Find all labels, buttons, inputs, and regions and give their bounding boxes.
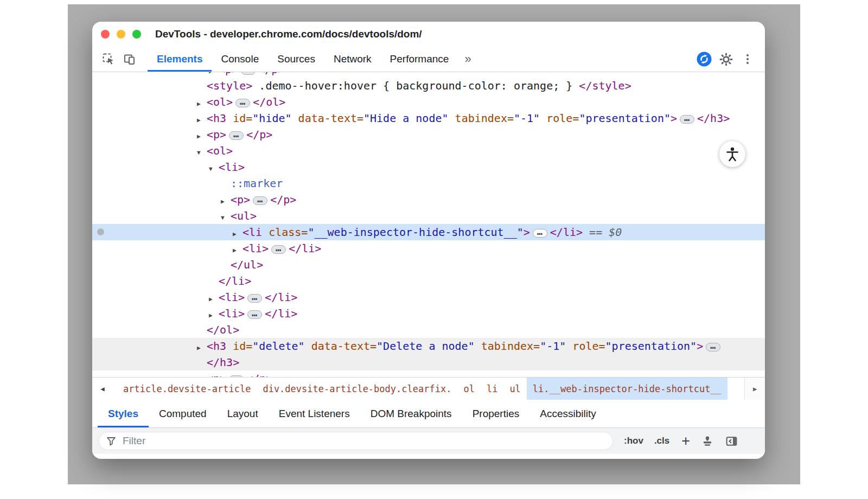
dom-node-row[interactable]: ▶<p>…</p> [92, 191, 765, 208]
sidebar-tab-layout[interactable]: Layout [217, 400, 269, 427]
sidebar-tab-properties[interactable]: Properties [462, 400, 530, 427]
breadcrumb-bar: ◀ article.devsite-articlediv.devsite-art… [92, 377, 765, 400]
breadcrumb-item[interactable]: li [481, 378, 503, 400]
code-token-attr: tabindex= [449, 112, 514, 125]
dom-node-row[interactable]: ▼<ul> [92, 208, 765, 224]
sidebar-tab-styles[interactable]: Styles [98, 400, 149, 427]
window-title: DevTools - developer.chrome.com/docs/dev… [155, 28, 422, 40]
code-token-attr: id= [226, 112, 252, 125]
dom-node-row[interactable]: ▶<p>…</p> [92, 72, 765, 78]
device-toolbar-button[interactable] [119, 47, 141, 72]
minimize-button[interactable] [117, 30, 125, 39]
styles-filter-bar: :hov .cls + [92, 428, 765, 454]
close-button[interactable] [101, 30, 110, 39]
dom-node-row[interactable]: </h3> [92, 354, 765, 370]
dom-node-row[interactable]: ▶<p>…</p> [92, 370, 765, 377]
tab-sources[interactable]: Sources [268, 47, 324, 72]
code-token-tag: </ol> [253, 95, 285, 108]
sidebar-tab-accessibility[interactable]: Accessibility [529, 400, 606, 427]
code-token-attr: role= [566, 340, 605, 353]
sidebar-tab-dom-breakpoints[interactable]: DOM Breakpoints [360, 400, 462, 427]
dom-node-row[interactable]: ::marker [92, 175, 765, 191]
collapsed-content-ellipsis[interactable]: … [229, 131, 244, 140]
inspect-element-button[interactable] [98, 47, 119, 72]
code-token-tag: <li> [219, 307, 245, 320]
stamp-icon [701, 434, 714, 447]
breadcrumb-item[interactable]: div.devsite-article-body.clearfix. [257, 378, 457, 400]
tab-performance[interactable]: Performance [381, 47, 458, 72]
settings-button[interactable] [715, 47, 737, 72]
breadcrumb-item[interactable]: article.devsite-article [117, 378, 257, 400]
dom-node-row[interactable]: ▼<ol> [92, 143, 765, 159]
toggle-element-state-button[interactable]: :hov [624, 436, 643, 446]
code-token-tag: <p> [231, 193, 250, 206]
zoom-button[interactable] [132, 30, 141, 39]
collapsed-content-ellipsis[interactable]: … [247, 310, 262, 319]
chevron-left-icon: ◀ [100, 385, 104, 393]
code-token-tag: <ol> [207, 95, 233, 108]
code-token-tag: </p> [270, 193, 296, 206]
new-style-rule-button[interactable]: + [681, 434, 690, 449]
filter-input[interactable] [122, 434, 606, 447]
collapsed-content-ellipsis[interactable]: … [680, 115, 694, 124]
sync-badge-button[interactable] [693, 47, 715, 72]
breadcrumb-item[interactable]: li.__web-inspector-hide-shortcut__ [527, 378, 727, 400]
dom-node-row[interactable]: ▶<h3 id="hide" data-text="Hide a node" t… [92, 110, 765, 126]
tab-elements[interactable]: Elements [148, 47, 212, 72]
kebab-menu-icon [746, 54, 749, 56]
code-token-tag: </li> [219, 274, 251, 287]
sync-icon [696, 51, 712, 67]
selected-node-dot [97, 228, 104, 235]
sidebar-tab-computed[interactable]: Computed [149, 400, 217, 427]
accessibility-overlay-button[interactable] [719, 141, 745, 167]
panel-tabs: ElementsConsoleSourcesNetworkPerformance [148, 47, 458, 72]
code-token-tag: </li> [289, 242, 321, 255]
tab-console[interactable]: Console [212, 47, 268, 72]
kebab-menu-button[interactable] [737, 47, 758, 72]
dom-node-row[interactable]: ▶<li>…</li> [92, 305, 765, 322]
dom-node-row[interactable]: ▼<li> [92, 159, 765, 175]
collapsed-content-ellipsis[interactable]: … [706, 343, 720, 351]
breadcrumb-scroll-left-button[interactable]: ◀ [92, 378, 113, 400]
code-token-tag: <p> [219, 72, 238, 76]
rendering-emulation-button[interactable] [701, 434, 714, 447]
element-classes-button[interactable]: .cls [654, 436, 669, 446]
filter-input-container[interactable] [99, 432, 613, 450]
toggle-sidebar-button[interactable] [725, 434, 738, 448]
collapsed-content-ellipsis[interactable]: … [241, 72, 256, 75]
code-token-attr: data-text= [292, 112, 363, 125]
collapsed-content-ellipsis[interactable]: … [229, 375, 244, 378]
collapsed-content-ellipsis[interactable]: … [533, 229, 547, 238]
dom-node-row[interactable]: ▶<p>…</p> [92, 126, 765, 143]
dom-node-row[interactable]: </ol> [92, 322, 765, 338]
collapsed-content-ellipsis[interactable]: … [247, 294, 262, 303]
title-bar: DevTools - developer.chrome.com/docs/dev… [92, 22, 765, 47]
tab-network[interactable]: Network [324, 47, 381, 72]
dom-node-row[interactable]: ▶<li>…</li> [92, 289, 765, 305]
code-token-tag: <p> [207, 128, 226, 141]
code-token-tag: > [671, 112, 677, 125]
sidebar-tabs: StylesComputedLayoutEvent ListenersDOM B… [92, 400, 765, 428]
breadcrumb-item[interactable]: ol [457, 378, 480, 400]
breadcrumb-item[interactable]: ul [503, 378, 526, 400]
breadcrumb-scroll-right-button[interactable]: ▶ [744, 378, 765, 400]
code-token-tag: <p> [207, 372, 226, 377]
collapsed-content-ellipsis[interactable]: … [253, 196, 267, 205]
dom-node-row[interactable]: </ul> [92, 257, 765, 273]
code-token-val: "Delete a node" [376, 340, 475, 353]
collapsed-content-ellipsis[interactable]: … [271, 245, 286, 254]
dom-node-row[interactable]: ▶<ol>…</ol> [92, 94, 765, 110]
more-tabs-button[interactable]: » [458, 47, 477, 72]
dom-node-row[interactable]: ▶<li>…</li> [92, 240, 765, 257]
dom-node-row[interactable]: </li> [92, 273, 765, 289]
code-token-tag: </h3> [697, 112, 730, 125]
expand-arrow-icon[interactable]: ▶ [197, 373, 207, 377]
code-token-tag: </ol> [207, 323, 239, 336]
dom-node-row[interactable]: ▶<h3 id="delete" data-text="Delete a nod… [92, 338, 765, 354]
dom-node-row[interactable]: <style> .demo--hover:hover { background-… [92, 78, 765, 94]
code-token-val: "-1" [540, 340, 566, 353]
dom-node-row[interactable]: ▶<li class="__web-inspector-hide-shortcu… [92, 224, 765, 240]
collapsed-content-ellipsis[interactable]: … [235, 99, 250, 107]
code-token-tag: <li> [242, 242, 269, 255]
sidebar-tab-event-listeners[interactable]: Event Listeners [269, 400, 360, 427]
